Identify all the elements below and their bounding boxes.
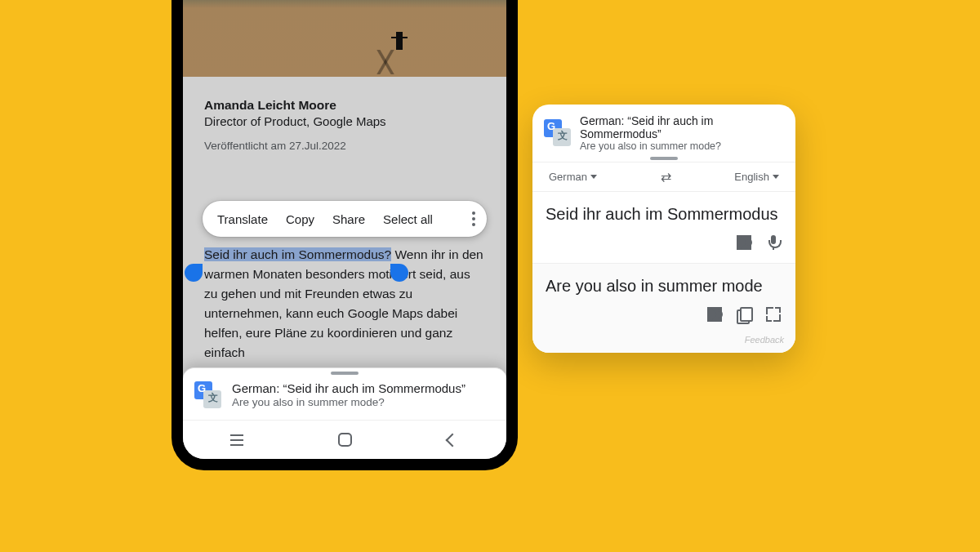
- target-language-selector[interactable]: English: [734, 171, 779, 183]
- chevron-down-icon: [773, 175, 779, 179]
- language-bar: German ⇄ English: [532, 162, 795, 192]
- drag-handle-icon[interactable]: [331, 372, 359, 375]
- share-button[interactable]: Share: [332, 212, 365, 226]
- nav-back-icon[interactable]: [443, 431, 461, 449]
- translate-banner[interactable]: G文 German: “Seid ihr auch im Sommermodus…: [183, 367, 506, 420]
- article-body[interactable]: Seid ihr auch im Sommermodus? Wenn ihr i…: [204, 245, 485, 363]
- speaker-icon[interactable]: [707, 307, 722, 322]
- phone-frame: Amanda Leicht Moore Director of Product,…: [172, 0, 518, 470]
- target-pane: Are you also in summer mode: [532, 263, 795, 335]
- translate-button[interactable]: Translate: [217, 212, 268, 226]
- source-text[interactable]: Seid ihr auch im Sommermodus: [546, 203, 782, 225]
- drag-handle-icon[interactable]: [650, 157, 678, 160]
- translate-app-icon: G文: [544, 119, 572, 147]
- popup-subtitle: Are you also in summer mode?: [580, 140, 784, 152]
- source-pane: Seid ihr auch im Sommermodus: [532, 192, 795, 263]
- feedback-link[interactable]: Feedback: [532, 335, 795, 353]
- translate-popup: G文 German: “Seid ihr auch im Sommermodus…: [532, 105, 795, 353]
- translate-app-icon: G文: [194, 381, 222, 409]
- translate-popup-header[interactable]: G文 German: “Seid ihr auch im Sommermodus…: [532, 105, 795, 162]
- author-name: Amanda Leicht Moore: [204, 98, 485, 113]
- selection-handle-end[interactable]: [390, 264, 408, 282]
- text-selection-toolbar: Translate Copy Share Select all: [203, 201, 487, 237]
- copy-button[interactable]: Copy: [286, 212, 314, 226]
- source-language-selector[interactable]: German: [549, 171, 597, 183]
- selected-text[interactable]: Seid ihr auch im Sommermodus?: [204, 247, 391, 261]
- source-language-label: German: [549, 171, 587, 183]
- more-options-icon[interactable]: [472, 211, 475, 226]
- selection-handle-start[interactable]: [185, 264, 203, 282]
- select-all-button[interactable]: Select all: [383, 212, 433, 226]
- speaker-icon[interactable]: [737, 235, 751, 250]
- banner-subtitle: Are you also in summer mode?: [232, 396, 495, 408]
- system-nav-bar: [183, 420, 506, 459]
- swap-languages-icon[interactable]: ⇄: [661, 169, 671, 185]
- publish-date: Veröffentlicht am 27.Jul.2022: [204, 140, 485, 152]
- mic-icon[interactable]: [766, 235, 781, 250]
- chevron-down-icon: [590, 175, 597, 179]
- phone-screen: Amanda Leicht Moore Director of Product,…: [183, 0, 506, 459]
- article-meta: Amanda Leicht Moore Director of Product,…: [183, 77, 506, 152]
- nav-home-icon[interactable]: [336, 431, 354, 449]
- nav-recents-icon[interactable]: [228, 431, 246, 449]
- article-hero-image: [183, 0, 506, 77]
- fullscreen-icon[interactable]: [766, 307, 781, 322]
- target-text: Are you also in summer mode: [546, 275, 782, 297]
- popup-title: German: “Seid ihr auch im Sommermodus”: [580, 114, 784, 140]
- author-role: Director of Product, Google Maps: [204, 114, 485, 128]
- copy-icon[interactable]: [737, 307, 751, 322]
- body-rest[interactable]: Wenn ihr in den warmen Monaten besonders…: [204, 247, 483, 359]
- banner-title: German: “Seid ihr auch im Sommermodus”: [232, 381, 495, 395]
- target-language-label: English: [734, 171, 769, 183]
